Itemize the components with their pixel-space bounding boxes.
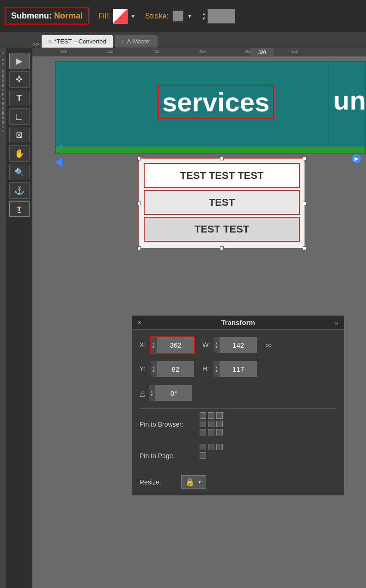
angle-up-arrow[interactable]: ▲: [150, 390, 153, 393]
angle-icon: △: [140, 389, 145, 398]
pin-cell-0[interactable]: [200, 412, 206, 419]
angle-arrows[interactable]: ▲ ▼: [149, 385, 155, 401]
text-tool[interactable]: T: [9, 90, 30, 106]
handle-tl[interactable]: [137, 157, 141, 160]
tab-close-master[interactable]: ×: [121, 38, 124, 45]
w-arrows[interactable]: ▲ ▼: [214, 337, 220, 353]
handle-tr[interactable]: [303, 157, 306, 160]
pin-page-label: Pin to Page:: [140, 452, 195, 459]
pin-page-cell-3[interactable]: [200, 452, 206, 459]
zoom-tool[interactable]: 🔍: [9, 164, 30, 180]
hand-tool[interactable]: ✋: [9, 145, 30, 162]
text-item-0[interactable]: TEST TEST TEST: [144, 163, 300, 188]
pin-cell-5[interactable]: [216, 421, 223, 427]
link-icon[interactable]: ∞: [265, 340, 272, 350]
angle-value[interactable]: 0°: [155, 385, 192, 401]
transform-body: X: ▲ ▼ 362 W:: [132, 330, 344, 495]
top-toolbar: Submenu: Normal Fill: ▼ Stroke: ▼ ▲▼: [0, 0, 366, 32]
blue-arrow-left-bottom: [55, 158, 62, 167]
tab-close-test[interactable]: ×: [48, 38, 51, 45]
x-arrows[interactable]: ▲ ▼: [151, 337, 157, 353]
y-value[interactable]: 82: [157, 361, 194, 377]
w-down-arrow[interactable]: ▼: [215, 345, 218, 349]
w-input-group: ▲ ▼ 142: [213, 336, 258, 354]
pin-cell-3[interactable]: [200, 421, 206, 427]
services-text[interactable]: services: [158, 85, 274, 119]
transform-panel: × Transform » X: ▲ ▼: [132, 315, 344, 496]
h-down-arrow[interactable]: ▼: [215, 369, 218, 373]
handle-br[interactable]: [303, 246, 306, 250]
transform-tool[interactable]: ✜: [9, 71, 30, 88]
fill-dropdown-arrow[interactable]: ▼: [130, 13, 136, 19]
transform-header: × Transform »: [132, 316, 344, 330]
w-up-arrow[interactable]: ▲: [215, 342, 218, 345]
anchor-tool[interactable]: ⚓: [9, 182, 30, 199]
w-field-group: W: ▲ ▼ 142: [202, 336, 258, 354]
pin-page-cell-0[interactable]: [200, 444, 206, 450]
handle-ml[interactable]: [137, 202, 141, 205]
pin-browser-row: Pin to Browser:: [140, 412, 336, 436]
stroke-up-down[interactable]: ▲▼: [201, 12, 206, 21]
vertical-separator: [329, 61, 329, 153]
fill-icon[interactable]: [113, 9, 128, 24]
tab-test-converted[interactable]: × *TEST – Converted: [41, 35, 113, 48]
x-field-group: X: ▲ ▼ 362: [140, 336, 195, 354]
transform-collapse-button[interactable]: »: [335, 319, 338, 326]
stroke-dropdown-arrow[interactable]: ▼: [187, 13, 193, 19]
pin-cell-7[interactable]: [208, 429, 214, 435]
x-up-arrow[interactable]: ▲: [152, 342, 155, 345]
ruler-v-0: 0: [0, 48, 6, 57]
y-field-group: Y: ▲ ▼ 82: [140, 360, 195, 378]
pin-page-cell-2[interactable]: [216, 444, 223, 450]
x-down-arrow[interactable]: ▼: [152, 345, 155, 349]
ruler-horizontal: 300 350 400 450 500 550 320: [32, 48, 366, 56]
pin-cell-1[interactable]: [208, 412, 214, 419]
tab-a-master[interactable]: × A-Master: [114, 35, 159, 48]
tab-nav-arrow[interactable]: >>: [32, 41, 39, 48]
w-label: W:: [202, 341, 210, 349]
pin-page-grid[interactable]: [200, 444, 224, 468]
unlim-text[interactable]: unlim: [333, 85, 366, 116]
rect-tool[interactable]: □: [9, 108, 30, 125]
selected-group[interactable]: TEST TEST TEST TEST TEST TEST: [139, 158, 305, 249]
h-arrows[interactable]: ▲ ▼: [214, 361, 220, 377]
pin-cell-4[interactable]: [208, 421, 214, 427]
text-item-2[interactable]: TEST TEST: [144, 217, 300, 242]
design-section: services unlim ▶: [55, 61, 366, 153]
handle-tm[interactable]: [220, 157, 224, 160]
y-arrows[interactable]: ▲ ▼: [151, 361, 157, 377]
pin-browser-grid[interactable]: [200, 412, 224, 436]
h-value[interactable]: 117: [220, 361, 257, 377]
angle-down-arrow[interactable]: ▼: [150, 393, 153, 397]
y-label: Y:: [140, 365, 147, 373]
x-value[interactable]: 362: [157, 337, 194, 353]
cross-tool[interactable]: ⊠: [9, 127, 30, 143]
main-area: 0 50 100 150 200 250 300 350 400 ▶ ✜ T □…: [0, 48, 366, 588]
submenu-label: Submenu:: [11, 11, 52, 20]
handle-bl[interactable]: [137, 246, 141, 250]
y-input-group: ▲ ▼ 82: [150, 360, 195, 378]
ruler-400: 400: [152, 49, 159, 54]
handle-bm[interactable]: [220, 246, 224, 250]
pin-cell-8[interactable]: [216, 429, 223, 435]
handle-mr[interactable]: [303, 202, 306, 205]
ruler-550: 550: [291, 49, 298, 54]
h-up-arrow[interactable]: ▲: [215, 366, 218, 369]
y-down-arrow[interactable]: ▼: [152, 369, 155, 373]
w-value[interactable]: 142: [220, 337, 257, 353]
resize-dropdown-arrow[interactable]: ▼: [197, 479, 202, 484]
char-style-tool[interactable]: T̲: [9, 201, 30, 217]
y-up-arrow[interactable]: ▲: [152, 366, 155, 369]
pin-cell-6[interactable]: [200, 429, 206, 435]
stroke-icon[interactable]: [171, 10, 184, 23]
resize-dropdown[interactable]: 🔒 ▼: [181, 475, 206, 489]
transform-close-button[interactable]: ×: [138, 319, 141, 326]
pin-cell-2[interactable]: [216, 412, 223, 419]
select-tool[interactable]: ▶: [9, 53, 30, 69]
text-item-1[interactable]: TEST: [144, 190, 300, 215]
canvas-area: services unlim ▶: [32, 56, 366, 588]
blue-arrow-right[interactable]: ▶: [352, 154, 361, 163]
pin-page-cell-1[interactable]: [208, 444, 214, 450]
stroke-group: Stroke: ▼: [145, 10, 193, 23]
tab-label-test: *TEST – Converted: [54, 38, 106, 45]
